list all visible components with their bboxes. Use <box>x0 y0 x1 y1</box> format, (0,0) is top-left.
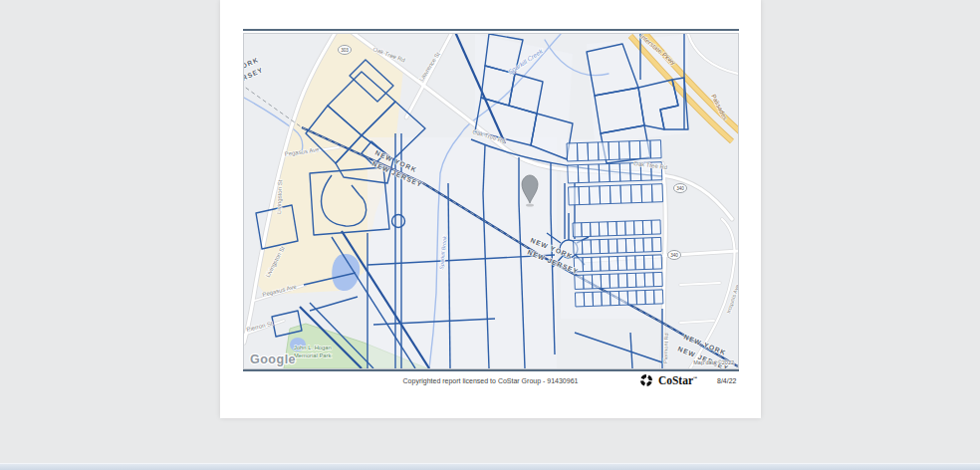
parcel-grid <box>567 140 663 205</box>
parcel-map-image: 303340340 NEW YORKNEW JERSEYNEW YORKNEW … <box>244 34 738 368</box>
taskbar-strip[interactable] <box>0 463 980 470</box>
route-shield-label: 340 <box>676 186 684 191</box>
map-attribution: Map data ©2022 <box>693 359 734 365</box>
svg-text:John L. Hogan: John L. Hogan <box>294 345 332 351</box>
report-date: 8/4/22 <box>717 377 736 384</box>
svg-text:Memorial Park: Memorial Park <box>294 352 331 358</box>
map-label-piermont-rd: Piermont Rd <box>662 333 669 363</box>
brand-row: CoStar™ 8/4/22 <box>639 373 737 387</box>
route-shield-label: 303 <box>341 48 349 53</box>
costar-wordmark: CoStar™ <box>658 374 697 386</box>
costar-logo-icon <box>639 373 653 387</box>
google-watermark: Google <box>250 352 296 366</box>
report-page: 303340340 NEW YORKNEW JERSEYNEW YORKNEW … <box>220 0 761 418</box>
parcel-grid <box>573 220 663 307</box>
header-rule <box>243 29 739 31</box>
map-frame: 303340340 NEW YORKNEW JERSEYNEW YORKNEW … <box>243 33 739 369</box>
route-shield-label: 340 <box>670 253 678 258</box>
map-label-livingston-st: Livingston St <box>276 179 283 214</box>
report-footer: Copyrighted report licensed to CoStar Gr… <box>243 371 739 401</box>
